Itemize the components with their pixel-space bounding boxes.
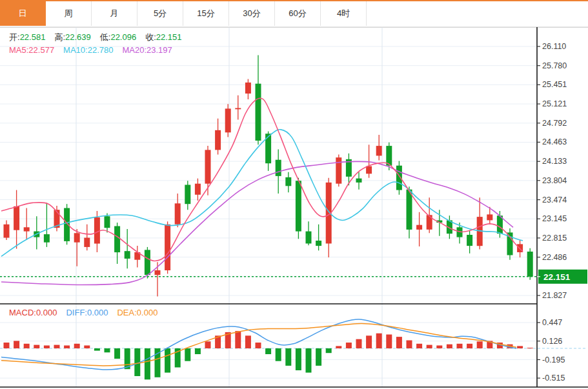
svg-text:23.804: 23.804 [542,176,567,185]
svg-text:24.133: 24.133 [542,157,567,166]
svg-text:26.110: 26.110 [542,42,566,51]
current-price-badge: 22.151 [537,270,587,284]
svg-text:21.827: 21.827 [542,291,567,300]
readout-item: DEA:0.000 [117,308,157,317]
readout-item: MA10:22.780 [63,45,113,55]
trading-chart-app: { "tabs": { "items": [ {"label": "日", "s… [0,0,588,389]
macd-histogram [4,331,533,379]
y-axis-labels: 26.11025.78025.45125.12124.79224.46324.1… [537,42,567,383]
chart-frame [0,27,588,387]
svg-text:22.815: 22.815 [542,234,567,243]
readout-item: DIFF:0.000 [66,308,108,317]
svg-text:25.121: 25.121 [542,99,567,108]
grid-lines [0,27,537,387]
macd-readout: MACD:0.000DIFF:0.000DEA:0.000 [9,308,167,317]
readout-item: 高:22.639 [54,32,90,42]
readout-item: MA20:23.197 [122,45,172,55]
svg-text:25.451: 25.451 [542,80,567,89]
readout-item: 开:22.581 [9,32,45,42]
candles [4,55,533,297]
svg-text:0.447: 0.447 [542,318,562,327]
readout-item: MA5:22.577 [9,45,54,55]
readout-item: MACD:0.000 [9,308,57,317]
svg-text:0.126: 0.126 [542,337,562,346]
svg-text:23.145: 23.145 [542,214,567,223]
svg-text:25.780: 25.780 [542,61,567,70]
svg-text:24.792: 24.792 [542,119,567,128]
ohlc-readout: 开:22.581高:22.639低:22.096收:22.151 [9,32,191,43]
svg-text:24.463: 24.463 [542,137,567,146]
svg-text:22.486: 22.486 [542,253,567,262]
svg-text:-0.515: -0.515 [542,374,565,383]
ma-readout: MA5:22.577MA10:22.780MA20:23.197 [9,45,181,55]
candlestick-chart[interactable]: 26.11025.78025.45125.12124.79224.46324.1… [0,0,588,389]
svg-text:-0.195: -0.195 [542,355,565,364]
svg-text:23.474: 23.474 [542,195,567,204]
readout-item: 低:22.096 [100,32,136,42]
readout-item: 收:22.151 [145,32,181,42]
svg-text:22.151: 22.151 [543,272,571,282]
